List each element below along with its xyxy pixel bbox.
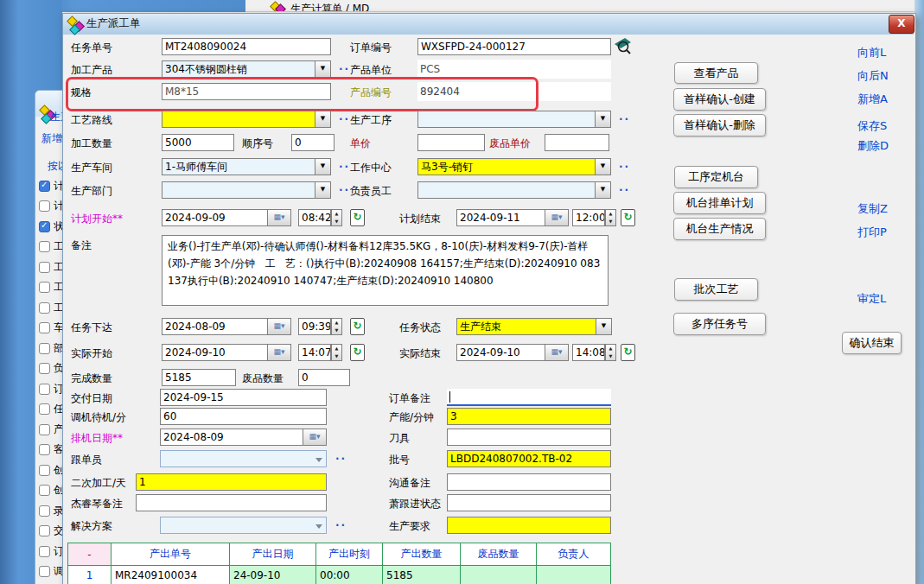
filter-checkbox-row[interactable]: ✓创建日	[39, 463, 64, 477]
filter-checkbox-row[interactable]: ✓创建日	[39, 484, 64, 498]
done-qty-input[interactable]: 5185	[162, 369, 236, 386]
follower-combo[interactable]	[160, 450, 327, 467]
xiao-status-input[interactable]	[447, 494, 611, 511]
filter-checkbox-row[interactable]: ✓工作中	[39, 301, 64, 314]
filter-checkbox-row[interactable]: ✓工序	[39, 260, 64, 274]
chevron-down-icon[interactable]	[312, 451, 326, 467]
chevron-down-icon[interactable]: ▼	[315, 61, 330, 77]
checkbox-checked-icon[interactable]: ✓	[39, 221, 50, 232]
sidebar-link-new[interactable]: 新增A	[41, 131, 64, 146]
filter-checkbox-row[interactable]: ✓调机待	[39, 565, 64, 579]
schedule-date-picker[interactable]: 2024-08-09 ▦▾	[160, 428, 327, 446]
tool-input[interactable]	[447, 428, 611, 446]
dept-combo[interactable]: ▼	[162, 181, 331, 199]
multi-task-button[interactable]: 多序任务号	[673, 313, 766, 335]
link-save[interactable]: 保存S	[857, 118, 887, 134]
filter-checkbox-row[interactable]: ✓客户	[39, 443, 64, 457]
checkbox-unchecked-icon[interactable]: ✓	[39, 282, 50, 293]
link-print[interactable]: 打印P	[857, 225, 887, 240]
chevron-down-icon[interactable]: ▼	[596, 319, 611, 334]
filter-checkbox-row[interactable]: ✓录入员	[39, 504, 64, 517]
solution-ellipsis-button[interactable]: ..	[335, 517, 347, 529]
actual-start-time[interactable]: 14:07	[298, 344, 331, 361]
link-add[interactable]: 新增A	[857, 92, 888, 107]
checkbox-unchecked-icon[interactable]: ✓	[39, 525, 50, 536]
checkbox-unchecked-icon[interactable]: ✓	[39, 302, 50, 314]
checkbox-unchecked-icon[interactable]: ✓	[39, 546, 50, 557]
actual-start-date[interactable]: 2024-09-10 ▦▾	[162, 344, 291, 361]
order-no-input[interactable]: WXSFPD-24-000127	[417, 38, 611, 55]
checkbox-unchecked-icon[interactable]: ✓	[39, 444, 50, 455]
work-center-ellipsis-button[interactable]: ..	[619, 158, 630, 170]
status-combo[interactable]: 生产结束 ▼	[456, 318, 612, 335]
work-center-combo[interactable]: 马3号-销钉 ▼	[417, 158, 611, 175]
setup-min-input[interactable]: 60	[160, 408, 327, 425]
actual-end-spinner[interactable]: ▲▼	[605, 344, 616, 361]
actual-start-spinner[interactable]: ▲▼	[331, 344, 342, 361]
plan-start-spinner[interactable]: ▲▼	[331, 209, 342, 226]
calendar-icon[interactable]: ▦▾	[303, 429, 326, 445]
link-copy[interactable]: 复制Z	[857, 201, 888, 217]
checkbox-unchecked-icon[interactable]: ✓	[39, 424, 50, 435]
calendar-icon[interactable]: ▦▾	[545, 345, 568, 360]
staff-combo[interactable]: ▼	[417, 181, 611, 199]
checkbox-unchecked-icon[interactable]: ✓	[39, 262, 50, 273]
route-ellipsis-button[interactable]: ..	[339, 111, 350, 123]
first-sample-delete-button[interactable]: 首样确认-删除	[673, 114, 766, 136]
calendar-icon[interactable]: ▦▾	[267, 345, 290, 360]
dialog-titlebar[interactable]	[63, 14, 914, 35]
machine-production-button[interactable]: 机台生产情况	[673, 218, 766, 240]
plan-start-date[interactable]: 2024-09-09 ▦▾	[162, 209, 291, 226]
filter-checkbox-row[interactable]: ✓负责人	[39, 362, 64, 376]
product-combo[interactable]: 304不锈钢圆柱销 ▼	[162, 60, 331, 78]
link-approve[interactable]: 审定L	[857, 291, 886, 307]
checkbox-unchecked-icon[interactable]: ✓	[39, 322, 50, 333]
calendar-icon[interactable]: ▦▾	[267, 210, 290, 225]
calendar-icon[interactable]: ▦▾	[545, 210, 568, 225]
confirm-finish-button[interactable]: 确认结束	[842, 332, 902, 354]
follower-ellipsis-button[interactable]: ..	[335, 450, 347, 462]
filter-checkbox-row[interactable]: ✓任务编	[39, 403, 64, 416]
checkbox-unchecked-icon[interactable]: ✓	[39, 403, 50, 415]
scrap-qty-input[interactable]: 0	[298, 369, 350, 386]
filter-checkbox-row[interactable]: ✓状态	[39, 219, 64, 233]
output-no-cell[interactable]: MR2409100034	[112, 566, 230, 584]
search-icon[interactable]	[614, 37, 632, 55]
remark-textarea[interactable]: 业务()-打生产单(邓)-待确认师傅()-材料备料12库35.5KG，8-10(…	[162, 235, 609, 306]
dept-ellipsis-button[interactable]: ..	[339, 181, 350, 194]
checkbox-unchecked-icon[interactable]: ✓	[39, 566, 50, 577]
actual-end-date[interactable]: 2024-09-10 ▦▾	[456, 344, 569, 361]
product-ellipsis-button[interactable]: ..	[339, 60, 350, 73]
checkbox-checked-icon[interactable]: ✓	[39, 181, 50, 192]
process-combo[interactable]: ▼	[417, 111, 611, 128]
scrap-qty-cell[interactable]	[461, 566, 537, 584]
refresh-icon[interactable]: ↻	[621, 209, 635, 226]
checkbox-unchecked-icon[interactable]: ✓	[39, 465, 50, 476]
process-ellipsis-button[interactable]: ..	[619, 111, 630, 123]
refresh-icon[interactable]: ↻	[350, 344, 365, 361]
chevron-down-icon[interactable]: ▼	[315, 159, 330, 175]
view-product-button[interactable]: 查看产品	[674, 62, 758, 84]
solution-combo[interactable]	[160, 517, 327, 534]
prod-req-input[interactable]	[447, 517, 611, 534]
plan-end-spinner[interactable]: ▲▼	[605, 209, 616, 226]
jie-remark-input[interactable]	[136, 494, 327, 511]
capacity-input[interactable]: 3	[447, 408, 611, 425]
staff-ellipsis-button[interactable]: ..	[619, 181, 630, 194]
batch-no-input[interactable]: LBDD240807002.TB-02	[447, 450, 611, 467]
output-date-cell[interactable]: 24-09-10	[230, 566, 316, 584]
owner-cell[interactable]	[537, 566, 611, 584]
table-row[interactable]: 1 MR2409100034 24-09-10 00:00 5185	[68, 566, 611, 584]
calendar-icon[interactable]: ▦▾	[267, 319, 290, 334]
dispatch-spinner[interactable]: ▲▼	[331, 318, 342, 335]
link-delete[interactable]: 删除D	[857, 138, 889, 154]
plan-end-date[interactable]: 2024-09-11 ▦▾	[456, 209, 569, 226]
filter-checkbox-row[interactable]: ✓工序目	[39, 281, 64, 295]
order-remark-input[interactable]	[447, 389, 611, 406]
checkbox-unchecked-icon[interactable]: ✓	[39, 384, 50, 395]
chevron-down-icon[interactable]: ▼	[595, 159, 610, 175]
link-next[interactable]: 向后N	[857, 68, 889, 84]
seq-input[interactable]: 0	[291, 134, 335, 151]
checkbox-unchecked-icon[interactable]: ✓	[39, 343, 50, 354]
spec-input[interactable]: M8*15	[162, 83, 331, 100]
